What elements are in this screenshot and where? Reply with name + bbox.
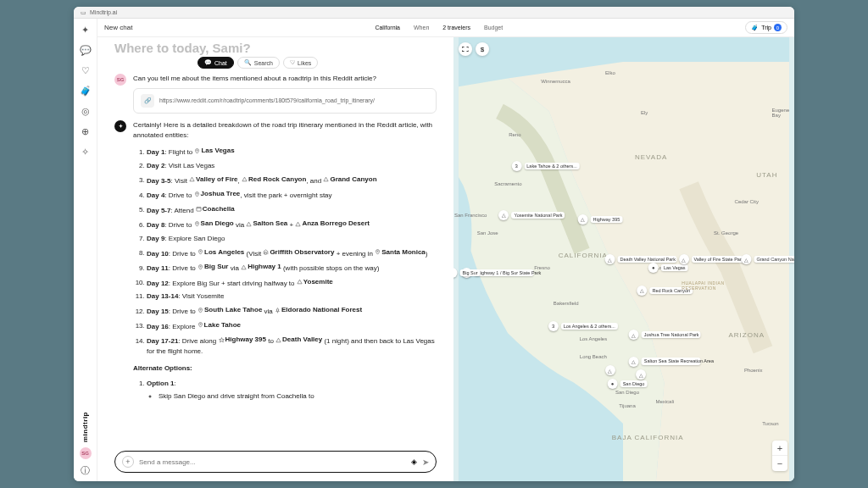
page-heading: Where to today, Sami? (97, 37, 453, 57)
map-city-label: San Francisco (454, 213, 487, 218)
entity-chip[interactable]: Joshua Tree (194, 189, 241, 199)
filter-chip[interactable]: 2 travelers (438, 23, 475, 32)
entity-chip[interactable]: San Diego (194, 219, 234, 229)
entity-chip[interactable]: Grand Canyon (323, 175, 376, 185)
svg-point-7 (200, 266, 201, 267)
user-message-text: Can you tell me about the items mentione… (133, 74, 437, 84)
map-poi[interactable]: △Yosemite National Park (498, 210, 565, 220)
map-poi[interactable]: △Salton Sea State Recreation Area (629, 357, 701, 367)
trip-count-badge: 0 (774, 24, 782, 31)
map-poi[interactable]: ●Big Sur (453, 268, 481, 278)
entity-chip[interactable]: Lake Tahoe (198, 320, 241, 330)
map-poi[interactable]: △Valley of Fire State Park (679, 254, 747, 264)
entity-chip[interactable]: Anza Borrego Desert (295, 219, 370, 229)
search-tab[interactable]: 🔍Search (237, 57, 280, 69)
link-url: https://www.reddit.com/r/roadtrip/commen… (159, 97, 375, 106)
svg-point-0 (197, 150, 198, 151)
message-input[interactable] (139, 458, 406, 466)
reservation-label: HUALAPAI INDIAN RESERVATION (682, 280, 756, 291)
alternate-bullet: Skip San Diego and drive straight from C… (159, 391, 437, 402)
map-region-label: Baja California (612, 433, 684, 441)
map-city-label: Ely (641, 110, 648, 115)
bot-avatar: ✦ (114, 120, 126, 132)
likes-tab[interactable]: ♡Likes (283, 57, 318, 69)
link-attachment[interactable]: 🔗 https://www.reddit.com/r/roadtrip/comm… (133, 88, 437, 114)
entity-chip[interactable]: Death Valley (275, 335, 322, 345)
heart-icon[interactable]: ♡ (80, 64, 92, 76)
alternate-heading: Alternate Options: (133, 363, 437, 374)
entity-chip[interactable]: Highway 1 (241, 262, 281, 272)
entity-chip[interactable]: Salton Sea (246, 219, 287, 229)
entity-chip[interactable]: Eldorado National Forest (275, 305, 362, 315)
chat-icon[interactable]: 💬 (80, 44, 92, 56)
map-region-label: Arizona (728, 331, 765, 339)
map-poi[interactable]: △ (605, 365, 615, 375)
itinerary-item: Day 11: Drive to Big Sur via Highway 1 (… (147, 262, 437, 274)
entity-chip[interactable]: Valley of Fire (189, 175, 237, 185)
map-poi[interactable]: 3Los Angeles & 2 others... (548, 321, 618, 331)
map-poi[interactable]: ●Las Vegas (648, 263, 688, 273)
entity-chip[interactable]: Highway 395 (219, 335, 266, 345)
itinerary-item: Day 8: Drive to San Diego via Salton Sea… (147, 219, 437, 230)
entity-chip[interactable]: Coachella (196, 204, 235, 214)
entity-chip[interactable]: Las Vegas (194, 146, 234, 156)
brand-label: mindtrip (81, 412, 89, 442)
svg-point-6 (377, 251, 378, 252)
filter-chip[interactable]: Budget (480, 23, 507, 32)
svg-point-9 (200, 324, 201, 324)
entity-chip[interactable]: Santa Monica (375, 247, 426, 258)
map-poi[interactable]: 3Lake Tahoe & 2 others... (511, 161, 580, 171)
map-zoom-control: + − (772, 441, 787, 471)
voice-icon[interactable]: ◈ (411, 458, 417, 466)
briefcase-icon: 🧳 (751, 25, 759, 31)
add-icon[interactable]: ⊕ (80, 125, 92, 137)
zoom-in-button[interactable]: + (772, 441, 787, 456)
map-poi[interactable]: △Grand Canyon National Park (741, 254, 794, 264)
map-poi[interactable]: ●San Diego (608, 379, 648, 389)
map-poi[interactable]: △Highway 395 (577, 214, 622, 225)
zoom-out-button[interactable]: − (772, 456, 787, 471)
map-city-label: Los Angeles (579, 336, 607, 341)
entity-chip[interactable]: Griffith Observatory (263, 247, 334, 258)
chat-tab[interactable]: 💬Chat (198, 57, 234, 69)
link-icon: 🔗 (141, 94, 154, 108)
map-currency-button[interactable]: $ (476, 42, 489, 56)
info-icon[interactable]: ⓘ (80, 464, 92, 476)
trip-button[interactable]: 🧳 Trip 0 (745, 21, 787, 34)
new-chat-button[interactable]: New chat (104, 24, 132, 31)
user-avatar[interactable]: SG (80, 447, 92, 459)
entity-chip[interactable]: Big Sur (198, 262, 228, 272)
map-panel[interactable]: ⛶ $ + − NevadaUtahCaliforniaArizonaBaja … (453, 37, 794, 481)
top-bar: New chat CaliforniaWhen2 travelersBudget… (97, 19, 794, 37)
logo-icon[interactable]: ✦ (80, 24, 92, 36)
compass-icon[interactable]: ◎ (80, 105, 92, 117)
attach-button[interactable]: + (122, 456, 134, 468)
heart-icon: ♡ (290, 59, 295, 66)
map-poi[interactable]: △ (636, 369, 646, 380)
bag-icon[interactable]: 🧳 (80, 85, 92, 97)
itinerary-item: Day 1: Flight to Las Vegas (147, 146, 437, 158)
filter-chip[interactable]: California (370, 23, 404, 32)
map-city-label: St. George (714, 230, 738, 236)
message-composer[interactable]: + ◈ ➤ (114, 451, 437, 473)
svg-point-3 (197, 223, 198, 224)
filter-chip[interactable]: When (409, 23, 433, 32)
entity-chip[interactable]: South Lake Tahoe (198, 305, 262, 315)
entity-chip[interactable]: Yosemite (297, 277, 333, 287)
itinerary-item: Day 10: Drive to Los Angeles (Visit Grif… (147, 247, 437, 259)
itinerary-item: Day 5-7: Attend Coachella (147, 204, 437, 216)
itinerary-item: Day 17-21: Drive along Highway 395 to De… (147, 335, 437, 357)
map-city-label: Cedar City (735, 199, 759, 204)
itinerary-item: Day 2: Visit Las Vegas (147, 161, 437, 171)
svg-rect-2 (197, 207, 201, 211)
map-poi[interactable]: △Joshua Tree National Park (629, 330, 701, 340)
sparkle-icon[interactable]: ✧ (80, 146, 92, 158)
entity-chip[interactable]: Los Angeles (198, 247, 244, 258)
map-region-label: California (559, 251, 608, 258)
map-layers-button[interactable]: ⛶ (459, 42, 472, 56)
svg-point-8 (200, 309, 201, 310)
send-icon[interactable]: ➤ (422, 458, 429, 467)
map-city-label: Long Beach (580, 354, 607, 359)
entity-chip[interactable]: Red Rock Canyon (242, 175, 306, 185)
map-city-label: Mexicali (655, 399, 674, 404)
